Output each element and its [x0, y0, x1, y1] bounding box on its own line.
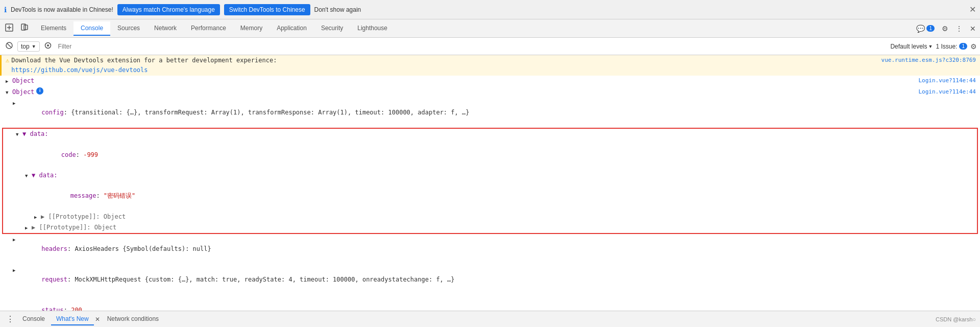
issues-badge: 1 [959, 43, 967, 50]
message-value: "密码错误" [104, 192, 135, 199]
drawer-tab-whats-new-close[interactable]: ✕ [94, 316, 101, 323]
object2-info-icon[interactable]: i [36, 87, 43, 95]
data-outer-gutter [14, 129, 22, 139]
data-outer-toggle[interactable] [16, 129, 21, 139]
info-icon: ℹ [4, 6, 7, 14]
inspect-element-icon[interactable] [2, 21, 16, 35]
drawer-more-button[interactable]: ⋮ [4, 314, 16, 324]
prototype-data-text: ▶ [[Prototype]]: Object [32, 223, 116, 232]
live-expression-button[interactable] [42, 40, 54, 52]
data-inner-line: ▼ data: [3, 170, 977, 181]
status-line: status: 200 [0, 295, 980, 311]
headers-text: headers: AxiosHeaders {Symbol(defaults):… [19, 235, 211, 264]
prototype-data-toggle[interactable] [25, 223, 30, 232]
login-source1-link[interactable]: Login.vue?114e:44 [908, 76, 976, 85]
tab-lighthouse[interactable]: Lighthouse [350, 21, 395, 36]
tab-network[interactable]: Network [147, 21, 184, 36]
data-highlight-box: ▼ data: code: -999 ▼ data: message: "密码错… [2, 128, 978, 234]
messages-icon-button[interactable]: 💬 1 [914, 22, 937, 35]
filter-input[interactable] [56, 42, 889, 51]
data-outer-key: ▼ data: [22, 129, 48, 139]
prototype-data-line: ▶ [[Prototype]]: Object [3, 222, 977, 233]
notification-close-button[interactable]: ✕ [969, 6, 976, 14]
data-inner-key: ▼ data: [32, 171, 58, 180]
prototype-inner-toggle[interactable] [34, 212, 39, 222]
object1-line: Object Login.vue?114e:44 [0, 76, 980, 86]
object2-toggle[interactable] [6, 87, 11, 97]
prototype-inner-text: ▶ [[Prototype]]: Object [41, 212, 126, 222]
object1-toggle[interactable] [6, 76, 11, 86]
config-gutter [11, 98, 19, 108]
tab-console[interactable]: Console [74, 21, 110, 36]
chat-icon: 💬 [916, 25, 925, 33]
request-toggle[interactable] [13, 265, 18, 275]
drawer-tab-network-conditions[interactable]: Network conditions [102, 313, 164, 325]
vue-devtools-text: Download the Vue Devtools extension for … [11, 57, 277, 64]
tab-bar: Elements Console Sources Network Perform… [0, 19, 980, 38]
warning-icon: ⚠ [6, 56, 9, 65]
more-options-icon-button[interactable]: ⋮ [953, 22, 965, 35]
headers-line: headers: AxiosHeaders {Symbol(defaults):… [0, 234, 980, 265]
request-line: request: MockXMLHttpRequest {custom: {…}… [0, 265, 980, 295]
drawer-tab-whats-new-wrap: What's New ✕ [51, 313, 101, 325]
prototype-inner-line: ▶ [[Prototype]]: Object [3, 212, 977, 222]
code-value: -999 [83, 151, 98, 158]
tab-bar-icons [2, 21, 32, 35]
switch-to-chinese-button[interactable]: Switch DevTools to Chinese [224, 4, 310, 15]
object2-line: Object i Login.vue?114e:44 [0, 87, 980, 98]
vue-source-link[interactable]: vue.runtime.esm.js?c320:8769 [871, 56, 976, 65]
vue-devtools-line: ⚠ Download the Vue Devtools extension fo… [0, 55, 980, 76]
drawer-tab-whats-new[interactable]: What's New [51, 313, 94, 325]
request-gutter [11, 265, 19, 275]
settings-icon-button[interactable]: ⚙ [940, 22, 950, 35]
tab-memory[interactable]: Memory [233, 21, 270, 36]
close-devtools-button[interactable]: ✕ [968, 22, 978, 35]
tab-performance[interactable]: Performance [184, 21, 233, 36]
data-outer-line: ▼ data: [3, 129, 977, 139]
vue-devtools-link[interactable]: https://github.com/vuejs/vue-devtools [11, 66, 148, 74]
object1-gutter [4, 76, 12, 86]
prototype-data-gutter [23, 223, 32, 232]
context-selector[interactable]: top ▼ [17, 41, 40, 52]
notification-bar: ℹ DevTools is now available in Chinese! … [0, 0, 980, 19]
messages-badge: 1 [926, 25, 935, 32]
notification-text: DevTools is now available in Chinese! [11, 6, 113, 13]
device-toggle-icon[interactable] [17, 21, 32, 35]
tab-bar-right: 💬 1 ⚙ ⋮ ✕ [914, 22, 978, 35]
issues-button[interactable]: 1 Issue: 1 [936, 43, 967, 50]
tab-elements[interactable]: Elements [34, 21, 74, 36]
levels-chevron-down-icon: ▼ [928, 44, 933, 49]
status-content: status: 200 [19, 295, 82, 311]
config-line: config: {transitional: {…}, transformReq… [0, 98, 980, 128]
console-area: ⚠ Download the Vue Devtools extension fo… [0, 55, 980, 311]
drawer-tab-console[interactable]: Console [17, 313, 50, 325]
code-content: code: -999 [32, 141, 98, 170]
data-inner-toggle[interactable] [25, 171, 30, 180]
chevron-down-icon: ▼ [32, 44, 36, 49]
config-toggle[interactable] [13, 98, 18, 108]
toolbar-right: Default levels ▼ 1 Issue: 1 ⚙ [890, 42, 977, 51]
request-text: request: MockXMLHttpRequest {custom: {…}… [19, 265, 455, 295]
bottom-bar: ⋮ Console What's New ✕ Network condition… [0, 311, 980, 327]
issues-label: 1 Issue: [936, 43, 957, 50]
login-source2-link[interactable]: Login.vue?114e:44 [908, 87, 976, 97]
headers-gutter [11, 235, 19, 244]
object1-label: Object [12, 76, 34, 86]
tab-sources[interactable]: Sources [110, 21, 147, 36]
dont-show-again-button[interactable]: Don't show again [314, 6, 361, 13]
tab-security[interactable]: Security [314, 21, 350, 36]
context-label: top [21, 43, 30, 50]
tab-application[interactable]: Application [270, 21, 314, 36]
headers-toggle[interactable] [13, 235, 18, 244]
clear-console-button[interactable] [3, 40, 15, 52]
svg-point-6 [47, 44, 49, 46]
default-levels-button[interactable]: Default levels ▼ [890, 43, 933, 50]
always-match-language-button[interactable]: Always match Chrome's language [117, 4, 220, 15]
console-toolbar: top ▼ Default levels ▼ 1 Issue: 1 ⚙ [0, 38, 980, 55]
code-line: code: -999 [3, 140, 977, 171]
object2-label: Object [12, 87, 34, 97]
data-inner-gutter [23, 171, 32, 180]
console-settings-button[interactable]: ⚙ [970, 42, 977, 51]
watermark-text: CSDN @karsh○ [936, 316, 976, 322]
message-line: message: "密码错误" [3, 181, 977, 212]
